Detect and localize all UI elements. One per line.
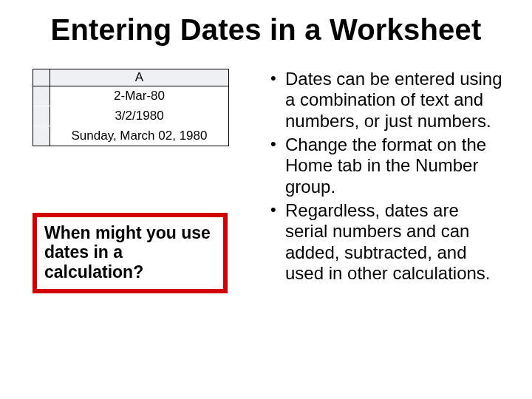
question-callout: When might you use dates in a calculatio… [33,213,228,293]
sheet-row: 3/2/1980 [33,106,228,126]
content-columns: A 2-Mar-80 3/2/1980 Sunday, March 02, 19… [30,69,502,293]
column-header-a: A [50,69,228,86]
left-column: A 2-Mar-80 3/2/1980 Sunday, March 02, 19… [30,69,244,293]
bullet-list: Dates can be entered using a combination… [265,69,502,284]
bullet-item: Dates can be entered using a combination… [267,69,502,132]
bullet-item: Change the format on the Home tab in the… [267,134,502,197]
callout-text: When might you use dates in a calculatio… [44,223,216,282]
bullet-item: Regardless, dates are serial numbers and… [267,200,502,284]
row-header [33,86,50,106]
sheet-row: 2-Mar-80 [33,86,228,106]
cell-value: 3/2/1980 [50,106,228,126]
spreadsheet-snippet: A 2-Mar-80 3/2/1980 Sunday, March 02, 19… [33,69,229,146]
row-header [33,106,50,126]
row-header [33,126,50,146]
row-header-spacer [33,69,50,86]
slide: Entering Dates in a Worksheet A 2-Mar-80… [0,0,532,399]
right-column: Dates can be entered using a combination… [265,69,502,287]
cell-value: Sunday, March 02, 1980 [50,126,228,146]
cell-value: 2-Mar-80 [50,86,228,106]
slide-title: Entering Dates in a Worksheet [30,13,502,47]
sheet-row: Sunday, March 02, 1980 [33,126,228,146]
sheet-header-row: A [33,69,228,86]
